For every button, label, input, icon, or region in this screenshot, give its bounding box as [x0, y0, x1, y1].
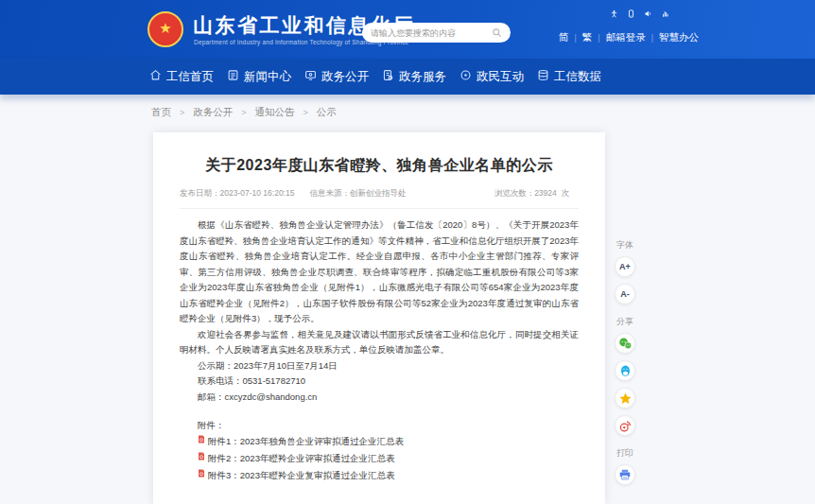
disclosure-icon: [304, 69, 317, 84]
search-input[interactable]: [371, 28, 492, 38]
data-icon: [537, 69, 549, 84]
nav-item-home[interactable]: 工信首页: [149, 69, 214, 85]
service-icon: [382, 69, 394, 84]
wechat-icon: [618, 337, 633, 351]
nav-item-interaction[interactable]: 政民互动: [460, 69, 524, 85]
mobile-icon[interactable]: [627, 9, 635, 18]
views-label: 浏览次数：: [494, 188, 535, 198]
home-icon: [149, 69, 162, 84]
divider: |: [575, 33, 577, 43]
contact-email: 邮箱：cxcyzdc@shandong.cn: [180, 390, 579, 406]
nav-label: 工信首页: [166, 69, 214, 85]
attachment-link-2[interactable]: 附件2：2023年瞪羚企业评审拟通过企业汇总表: [198, 450, 579, 467]
attachment-label: 附件3：2023年瞪羚企业复审拟通过企业汇总表: [208, 467, 394, 484]
pdf-icon: [198, 435, 205, 443]
print-button[interactable]: [615, 464, 635, 485]
nav-item-service[interactable]: 政务服务: [382, 69, 446, 85]
national-emblem-logo[interactable]: ★: [147, 11, 183, 47]
article-meta: 发布日期：2023-07-10 16:20:15 信息来源：创新创业指导处 浏览…: [180, 188, 579, 209]
search-icon[interactable]: [492, 27, 502, 38]
accessibility-icon[interactable]: [610, 9, 618, 18]
share-weibo-button[interactable]: [615, 415, 635, 436]
views-count: 23924: [534, 188, 557, 198]
font-increase-button[interactable]: A+: [615, 256, 635, 277]
site-header: ★ 山东省工业和信息化厅 Department of Industry and …: [0, 0, 815, 59]
pdf-icon: [198, 452, 205, 461]
attachments-label: 附件：: [198, 417, 579, 433]
qzone-icon: [618, 391, 633, 406]
source-value: 创新创业指导处: [350, 188, 407, 198]
news-icon: [227, 69, 239, 84]
breadcrumb-separator: >: [241, 108, 246, 117]
attachment-link-1[interactable]: 附件1：2023年独角兽企业评审拟通过企业汇总表: [198, 433, 579, 450]
emblem-star-icon: ★: [159, 21, 171, 35]
nav-item-data[interactable]: 工信数据: [537, 69, 601, 85]
breadcrumb-current: 公示: [317, 106, 337, 119]
breadcrumb-home[interactable]: 首页: [151, 106, 171, 119]
search-box[interactable]: [362, 23, 511, 43]
public-notice-period: 公示期：2023年7月10日至7月14日: [180, 358, 579, 374]
divider: |: [651, 33, 653, 43]
share-qq-button[interactable]: [615, 360, 635, 381]
breadcrumb-disclosure[interactable]: 政务公开: [193, 106, 233, 119]
nav-item-news[interactable]: 新闻中心: [227, 69, 291, 85]
nav-label: 新闻中心: [244, 69, 291, 85]
page-title: 关于2023年度山东省瞪羚、独角兽企业名单的公示: [180, 156, 579, 176]
lang-simplified-link[interactable]: 简: [559, 31, 569, 44]
side-toolbar: 字体 A+ A- 分享: [609, 235, 641, 492]
font-decrease-button[interactable]: A-: [615, 284, 635, 304]
share-label: 分享: [616, 316, 633, 328]
paragraph: 欢迎社会各界参与监督，相关意见及建议请以书面形式反馈省工业和信息化厅，同时提交相…: [180, 327, 579, 358]
article-card: 关于2023年度山东省瞪羚、独角兽企业名单的公示 发布日期：2023-07-10…: [153, 132, 605, 504]
header-utility-icons: [610, 9, 669, 18]
nav-label: 政务公开: [321, 69, 369, 85]
print-label: 打印: [616, 447, 633, 460]
lang-traditional-link[interactable]: 繁: [582, 31, 593, 44]
header-quick-links: 简 | 繁 | 邮箱登录 | 智慧办公: [559, 31, 699, 44]
audio-icon[interactable]: [644, 9, 652, 18]
source-label: 信息来源：: [309, 188, 350, 198]
share-wechat-button[interactable]: [615, 333, 635, 354]
contact-phone: 联系电话：0531-51782710: [180, 374, 579, 390]
nav-label: 政务服务: [399, 69, 446, 85]
printer-icon: [618, 468, 632, 481]
publish-date: 2023-07-10 16:20:15: [220, 188, 295, 198]
qq-icon: [618, 364, 633, 378]
mail-login-link[interactable]: 邮箱登录: [606, 31, 646, 44]
breadcrumb-separator: >: [180, 108, 184, 117]
signature-block: 山东省工业和信息化厅 2023年7月10日: [180, 499, 579, 504]
font-size-label: 字体: [616, 239, 633, 252]
main-nav: 工信首页 新闻中心 政务公开: [0, 59, 815, 95]
attachment-label: 附件1：2023年独角兽企业评审拟通过企业汇总表: [208, 433, 404, 450]
page: ★ 山东省工业和信息化厅 Department of Industry and …: [0, 0, 815, 504]
attachment-link-3[interactable]: 附件3：2023年瞪羚企业复审拟通过企业汇总表: [198, 467, 579, 484]
sign-language-icon[interactable]: [661, 9, 669, 18]
article-body: 根据《山东省瞪羚、独角兽企业认定管理办法》（鲁工信发〔2020〕8号）、《关于开…: [180, 217, 579, 358]
signature-org: 山东省工业和信息化厅: [180, 499, 575, 504]
attachment-label: 附件2：2023年瞪羚企业评审拟通过企业汇总表: [208, 450, 394, 467]
pdf-icon: [198, 469, 205, 478]
breadcrumb: 首页 > 政务公开 > 通知公告 > 公示: [151, 106, 337, 119]
paragraph: 根据《山东省瞪羚、独角兽企业认定管理办法》（鲁工信发〔2020〕8号）、《关于开…: [180, 217, 579, 327]
nav-label: 工信数据: [554, 69, 601, 85]
publish-date-label: 发布日期：: [180, 188, 220, 198]
nav-label: 政民互动: [477, 69, 524, 85]
interaction-icon: [460, 69, 472, 84]
views-unit: 次: [562, 188, 570, 198]
weibo-icon: [618, 419, 633, 433]
breadcrumb-notices[interactable]: 通知公告: [255, 106, 295, 119]
smart-office-link[interactable]: 智慧办公: [659, 31, 699, 44]
breadcrumb-separator: >: [303, 108, 308, 117]
divider: |: [598, 33, 599, 43]
share-qzone-button[interactable]: [615, 388, 635, 408]
nav-item-disclosure[interactable]: 政务公开: [304, 69, 369, 85]
